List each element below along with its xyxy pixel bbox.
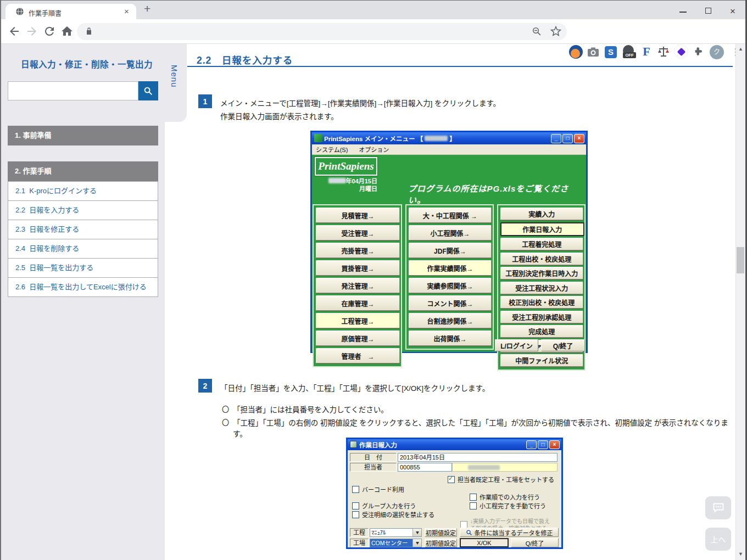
menu-button: 完成処理: [500, 325, 583, 338]
magnifier-doc-icon: [466, 529, 472, 536]
menu-button: 管理者 →: [316, 348, 400, 363]
checkbox-set-default-icon: [448, 476, 455, 483]
reload-icon[interactable]: [43, 25, 56, 38]
step-1-result-text: 作業日報入力画面が表示されます。: [220, 110, 338, 121]
sidebar-section-preparation[interactable]: 1. 事前準備: [8, 126, 158, 145]
mainmenu-weekday: 月曜日: [359, 186, 377, 192]
checkbox-group-icon: [352, 502, 359, 509]
checkbox-order-icon: [470, 494, 477, 501]
sidebar-item-2-1[interactable]: 2.1 K-proにログインする: [8, 182, 158, 201]
menu-button: JDF関係→: [409, 243, 491, 258]
sidebar-title: 日報入力・修正・削除・一覧出力: [21, 58, 164, 70]
mainmenu-titlebar: PrintSapiens メイン・メニュー 【 】 _ □ ×: [312, 132, 586, 144]
to-top-button[interactable]: 上へ: [705, 528, 731, 551]
menu-button: 受注工程状況入力: [500, 282, 583, 294]
forward-icon[interactable]: [25, 25, 38, 38]
mainmenu-column-2: 大・中工程関係 → 小工程関係→ JDF関係→ 作業実績関係→ 実績参照関係→ …: [405, 204, 493, 350]
menu-button: 校正別出校・校戻処理: [500, 296, 583, 309]
mainmenu-minimize-icon: _: [551, 134, 561, 143]
dialog-titlebar: 作業日報入力 _ □ ×: [348, 439, 561, 450]
sidebar-nav-list: 2.1 K-proにログインする 2.2 日報を入力する 2.3 日報を修正する…: [8, 181, 158, 297]
menu-button: 中間ファイル状況: [500, 354, 583, 367]
sidebar-item-2-5[interactable]: 2.5 日報一覧を出力する: [8, 259, 158, 278]
printsapiens-logo: PrintSapiens: [315, 157, 377, 176]
screenshot-nippou-dialog: 作業日報入力 _ □ × 日 付 2013年04月15日 担当者 000855 …: [346, 438, 563, 549]
extension-browser-icon[interactable]: [569, 45, 583, 59]
sidebar-item-2-4[interactable]: 2.4 日報を削除する: [8, 239, 158, 259]
redacted-year: [328, 178, 346, 183]
menu-tab[interactable]: Menu: [165, 44, 187, 122]
sidebar-item-2-6[interactable]: 2.6 日報一覧を出力してExcelに張付ける: [8, 278, 158, 297]
page-scrollbar[interactable]: [735, 44, 745, 560]
mainmenu-maximize-icon: □: [562, 134, 573, 143]
process-default-button: 初期値設定: [425, 528, 457, 537]
mainmenu-title: PrintSapiens メイン・メニュー 【: [324, 134, 423, 143]
globe-favicon-icon: [15, 7, 24, 16]
scrollbar-down-icon[interactable]: ▼: [738, 551, 743, 557]
mainmenu-notice: プログラムの所在はPG.xlsをご覧ください。: [408, 182, 586, 205]
dropdown-arrow-icon: [412, 539, 421, 547]
window-edge: [0, 0, 1, 560]
menu-button-kouteikanri: 工程管理→: [316, 313, 400, 328]
extension-s-icon[interactable]: S: [605, 46, 617, 58]
extensions-puzzle-icon[interactable]: [693, 46, 705, 58]
menu-button: 買掛管理→: [316, 260, 400, 276]
window-close-icon[interactable]: ×: [730, 6, 735, 17]
scrollbar-up-icon[interactable]: ▲: [738, 46, 743, 52]
extension-f-icon[interactable]: F: [640, 44, 653, 59]
checkbox-row-group: グループ入力を行う: [352, 501, 416, 510]
menu-tab-label: Menu: [170, 65, 179, 88]
dialog-minimize-icon: _: [526, 440, 537, 449]
off-badge: OFF: [623, 52, 636, 58]
screen: 作業手順書 × + × S OFF F ク 日報入力・修正・削除・一覧出力: [0, 0, 747, 560]
menu-button: 在庫管理→: [316, 295, 400, 311]
home-icon[interactable]: [60, 25, 74, 38]
back-icon[interactable]: [8, 25, 21, 38]
lock-icon[interactable]: [85, 27, 93, 36]
process-label: 工程: [350, 528, 369, 537]
redacted-company-name: [425, 136, 448, 141]
search-icon: [143, 86, 153, 96]
scales-extension-icon[interactable]: [657, 45, 670, 58]
camera-extension-icon[interactable]: [587, 46, 600, 59]
process-value: ﾏﾆｭｱﾙ: [370, 529, 412, 536]
feedback-button[interactable]: [705, 496, 731, 519]
checkbox-row-small-process: 小工程完了を手動で行う: [470, 501, 546, 510]
sidebar-item-2-2[interactable]: 2.2 日報を入力する: [8, 201, 158, 220]
dialog-app-icon: [350, 441, 357, 448]
step-1-badge: 1: [198, 94, 212, 108]
dialog-close-icon: ×: [549, 440, 560, 449]
address-bar[interactable]: [77, 23, 567, 40]
menu-button-sagyou-nippou: 作業日報入力: [500, 222, 584, 236]
bookmark-star-icon[interactable]: [550, 26, 561, 37]
menu-button: 発注管理→: [316, 278, 400, 293]
menu-button: 見積管理→: [316, 208, 400, 223]
search-button[interactable]: [138, 81, 158, 100]
sidebar-item-2-3[interactable]: 2.3 日報を修正する: [8, 220, 158, 239]
menu-button: 実績参照関係→: [409, 278, 491, 293]
tab-close-icon[interactable]: ×: [124, 7, 129, 16]
tab-title: 作業手順書: [29, 8, 116, 18]
dialog-title: 作業日報入力: [359, 440, 397, 449]
staff-name-field: [452, 463, 558, 472]
mainmenu-close-icon: ×: [574, 134, 584, 143]
browser-tab[interactable]: 作業手順書 ×: [5, 4, 136, 19]
menu-button: コメント関係→: [409, 295, 491, 311]
window-minimize-icon[interactable]: [679, 12, 687, 13]
menu-button: 工程別決定作業日時入力: [500, 267, 583, 279]
menu-button: 受注管理→: [316, 225, 400, 240]
profile-avatar[interactable]: ク: [710, 45, 724, 59]
zoom-out-icon[interactable]: [532, 26, 542, 37]
menu-option: オプション: [359, 145, 389, 154]
window-maximize-icon[interactable]: [705, 8, 711, 14]
new-tab-button[interactable]: +: [144, 2, 150, 15]
checkbox-small-process-icon: [470, 502, 477, 509]
search-input[interactable]: [8, 81, 138, 100]
extension-diamond-icon[interactable]: [674, 44, 688, 59]
sidebar-section-procedure[interactable]: 2. 作業手順: [8, 161, 158, 181]
checkbox-row-set-default: 担当者既定工程・工場をセットする: [448, 475, 554, 484]
bullet-marker: 〇: [222, 404, 229, 414]
menu-button: 出荷関係→: [409, 331, 491, 346]
scrollbar-thumb[interactable]: [737, 247, 744, 273]
page-heading: 2.2 日報を入力する: [197, 53, 293, 66]
